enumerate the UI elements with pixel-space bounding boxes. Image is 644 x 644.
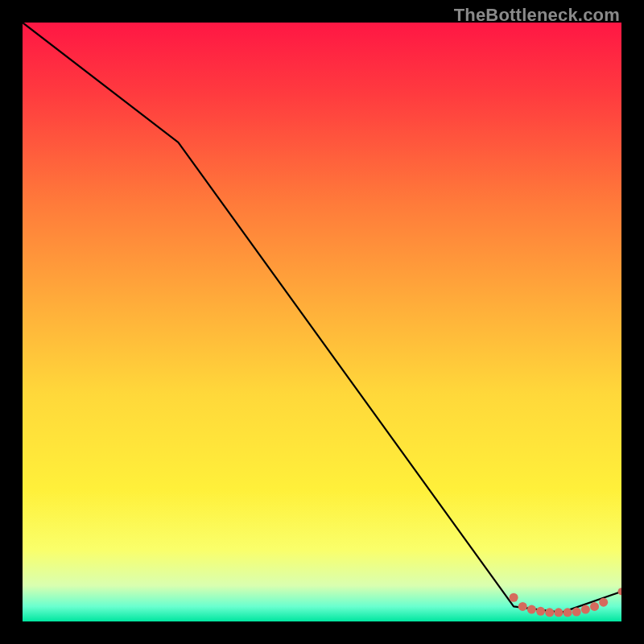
chart-marker <box>510 593 518 602</box>
chart-marker <box>581 605 590 614</box>
chart-svg <box>23 23 621 621</box>
chart-marker <box>536 607 545 616</box>
chart-background <box>23 23 621 621</box>
chart-marker <box>527 605 536 614</box>
chart-marker <box>564 608 572 617</box>
chart-marker <box>590 602 599 611</box>
chart-marker <box>518 602 527 611</box>
chart-marker <box>599 598 608 607</box>
chart-plot-area <box>23 23 621 621</box>
chart-marker <box>572 608 581 617</box>
chart-marker <box>554 608 563 617</box>
chart-marker <box>545 608 554 617</box>
chart-frame: TheBottleneck.com <box>0 0 644 644</box>
